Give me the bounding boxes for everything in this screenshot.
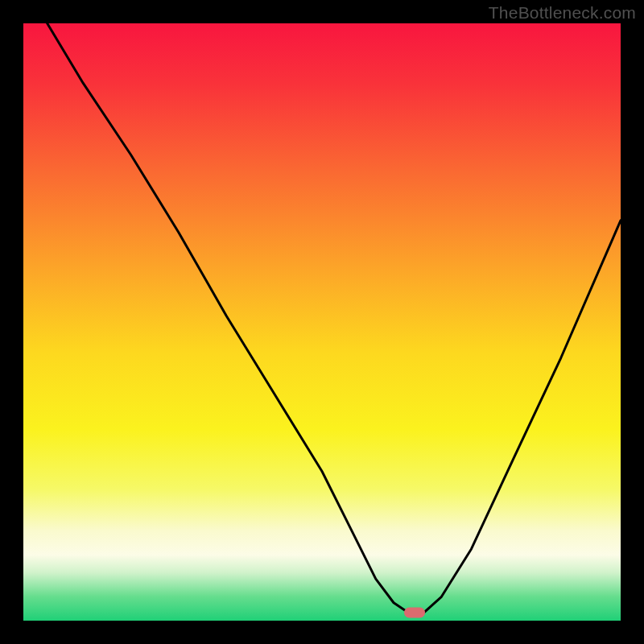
chart-plot-area — [23, 23, 621, 621]
bottleneck-curve — [23, 23, 621, 621]
optimal-marker — [404, 608, 425, 618]
watermark-text: TheBottleneck.com — [489, 3, 636, 23]
chart-frame: TheBottleneck.com — [0, 0, 644, 644]
